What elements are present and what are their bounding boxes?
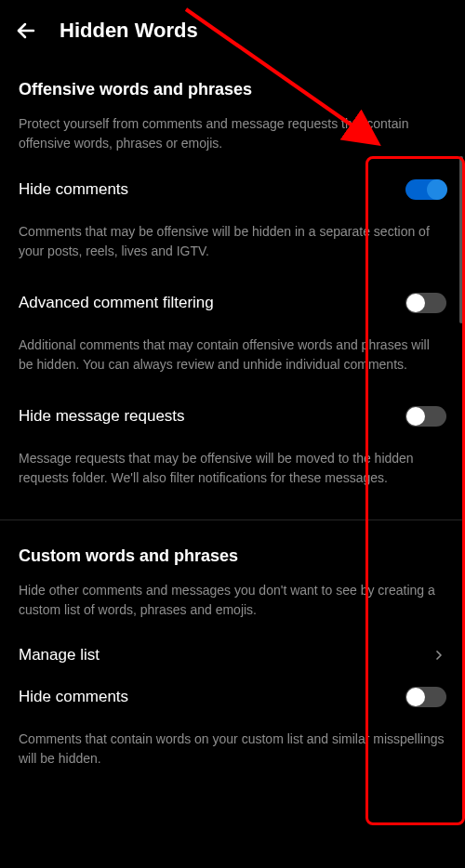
back-arrow-icon[interactable] — [15, 20, 37, 42]
setting-hide-message-requests: Hide message requests — [19, 406, 446, 427]
scrollbar[interactable] — [459, 156, 463, 323]
setting-label: Hide comments — [19, 688, 128, 706]
toggle-knob-icon — [406, 407, 425, 426]
page-title: Hidden Words — [60, 19, 198, 43]
setting-description: Message requests that may be offensive w… — [19, 449, 446, 488]
setting-description: Additional comments that may contain off… — [19, 335, 446, 375]
toggle-advanced-filtering[interactable] — [405, 293, 446, 313]
section-description-offensive: Protect yourself from comments and messa… — [19, 114, 446, 153]
toggle-knob-icon — [406, 294, 425, 312]
setting-hide-comments: Hide comments — [19, 179, 446, 200]
toggle-hide-comments-custom[interactable] — [405, 687, 446, 707]
setting-hide-comments-custom: Hide comments — [19, 687, 446, 707]
content-area: Offensive words and phrases Protect your… — [0, 80, 465, 769]
toggle-hide-comments[interactable] — [405, 179, 446, 200]
setting-manage-list[interactable]: Manage list — [19, 646, 446, 664]
toggle-hide-message-requests[interactable] — [405, 406, 446, 427]
setting-label: Hide comments — [19, 180, 128, 199]
toggle-knob-icon — [406, 688, 425, 706]
section-description-custom: Hide other comments and messages you don… — [19, 581, 446, 620]
setting-label: Manage list — [19, 646, 100, 664]
setting-label: Advanced comment filtering — [19, 294, 214, 312]
header: Hidden Words — [0, 0, 465, 61]
setting-description: Comments that contain words on your cust… — [19, 730, 446, 769]
chevron-right-icon — [432, 648, 446, 663]
setting-description: Comments that may be offensive will be h… — [19, 222, 446, 261]
section-title-custom: Custom words and phrases — [19, 546, 446, 566]
setting-label: Hide message requests — [19, 407, 185, 426]
divider — [0, 519, 465, 520]
section-title-offensive: Offensive words and phrases — [19, 80, 446, 99]
toggle-knob-icon — [427, 179, 447, 200]
setting-advanced-filtering: Advanced comment filtering — [19, 293, 446, 313]
